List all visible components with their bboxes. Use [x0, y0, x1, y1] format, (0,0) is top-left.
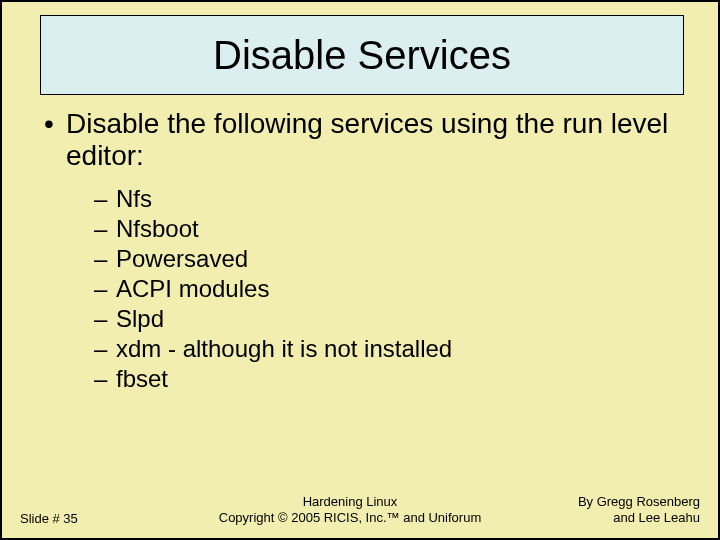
footer-center-line1: Hardening Linux	[160, 494, 540, 510]
footer-right-line2: and Lee Leahu	[540, 510, 700, 526]
list-item: – Nfsboot	[94, 214, 684, 244]
footer-right: By Gregg Rosenberg and Lee Leahu	[540, 494, 700, 527]
footer-center-line2: Copyright © 2005 RICIS, Inc.™ and Unifor…	[160, 510, 540, 526]
sublist: – Nfs – Nfsboot – Powersaved – ACPI modu…	[94, 184, 684, 394]
dash-icon: –	[94, 244, 116, 274]
list-item: – ACPI modules	[94, 274, 684, 304]
list-item-text: ACPI modules	[116, 274, 684, 304]
bullet-text: Disable the following services using the…	[66, 108, 684, 172]
slide-title: Disable Services	[213, 33, 511, 78]
list-item: – fbset	[94, 364, 684, 394]
slide: Disable Services • Disable the following…	[0, 0, 720, 540]
bullet-level1: • Disable the following services using t…	[40, 108, 684, 172]
list-item: – Nfs	[94, 184, 684, 214]
dash-icon: –	[94, 334, 116, 364]
list-item: – Powersaved	[94, 244, 684, 274]
bullet-marker: •	[40, 108, 66, 140]
list-item: – xdm - although it is not installed	[94, 334, 684, 364]
list-item-text: xdm - although it is not installed	[116, 334, 684, 364]
list-item-text: Nfs	[116, 184, 684, 214]
list-item: – Slpd	[94, 304, 684, 334]
dash-icon: –	[94, 364, 116, 394]
footer: Slide # 35 Hardening Linux Copyright © 2…	[2, 494, 718, 527]
list-item-text: Slpd	[116, 304, 684, 334]
list-item-text: Nfsboot	[116, 214, 684, 244]
body-box: • Disable the following services using t…	[40, 108, 684, 394]
dash-icon: –	[94, 214, 116, 244]
footer-center: Hardening Linux Copyright © 2005 RICIS, …	[160, 494, 540, 527]
dash-icon: –	[94, 184, 116, 214]
list-item-text: Powersaved	[116, 244, 684, 274]
footer-slide-number: Slide # 35	[20, 511, 160, 526]
title-box: Disable Services	[40, 15, 684, 95]
footer-right-line1: By Gregg Rosenberg	[540, 494, 700, 510]
dash-icon: –	[94, 304, 116, 334]
list-item-text: fbset	[116, 364, 684, 394]
dash-icon: –	[94, 274, 116, 304]
